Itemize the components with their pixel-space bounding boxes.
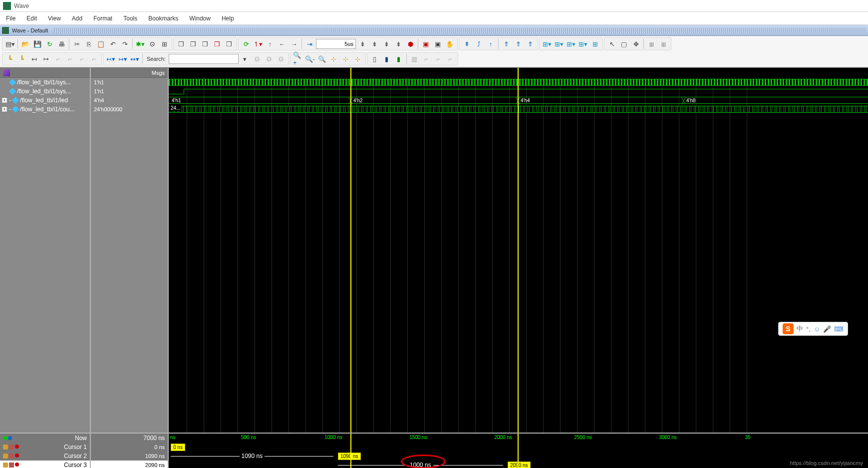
print-button[interactable]: 🖶 xyxy=(56,38,67,49)
cursor-label-row[interactable]: Cursor 1 xyxy=(0,443,90,452)
add-button[interactable]: ✱▾ xyxy=(135,38,146,49)
time-input[interactable] xyxy=(316,39,356,49)
edge8-button[interactable]: ⌐ xyxy=(88,53,99,64)
layer5-button[interactable]: ❐ xyxy=(224,38,235,49)
delete-icon[interactable] xyxy=(15,463,19,467)
ime-lang[interactable]: 中 xyxy=(797,324,803,333)
diverge-right-button[interactable]: ↣▾ xyxy=(117,53,128,64)
cursor-line-footer[interactable] xyxy=(350,434,351,468)
up-button[interactable]: ↑ xyxy=(265,38,276,49)
win3-button[interactable]: ⊞▾ xyxy=(566,38,577,49)
signal-row[interactable]: /flow_led_tb/i1/sys... xyxy=(0,78,90,87)
layer2-button[interactable]: ❐ xyxy=(188,38,199,49)
menu-add[interactable]: Add xyxy=(67,13,87,24)
ime-keyboard[interactable]: ⌨ xyxy=(834,325,844,333)
disp5-button[interactable]: ⌐ xyxy=(421,53,432,64)
new-button[interactable]: ▤▾ xyxy=(4,38,15,49)
search-dropdown[interactable]: ▾ xyxy=(240,53,251,64)
back-button[interactable]: ← xyxy=(277,38,288,49)
cursor-line-footer[interactable] xyxy=(518,434,519,468)
win4-button[interactable]: ⊞▾ xyxy=(578,38,588,49)
refresh-button[interactable]: ⟳ xyxy=(241,38,252,49)
lock-icon[interactable] xyxy=(3,463,8,468)
layer3-button[interactable]: ❐ xyxy=(200,38,211,49)
cursor-line[interactable] xyxy=(350,68,351,433)
search-find3-button[interactable]: Ꙩ xyxy=(276,53,287,64)
wave-track2-button[interactable]: ⫼ xyxy=(658,38,669,49)
copy-button[interactable]: ⎘ xyxy=(83,38,94,49)
paste-button[interactable]: 📋 xyxy=(95,38,106,49)
signal-row[interactable]: +-/flow_led_tb/i1/cou... xyxy=(0,105,90,114)
hand-button[interactable]: ✋ xyxy=(444,38,455,49)
zoom-in-button[interactable]: 🔍+ xyxy=(292,53,303,64)
search-input[interactable] xyxy=(169,54,239,64)
cursor-line[interactable] xyxy=(518,68,519,433)
edge6-button[interactable]: ⌐ xyxy=(64,53,75,64)
undo-button[interactable]: ↶ xyxy=(107,38,118,49)
menu-edit[interactable]: Edit xyxy=(21,13,42,24)
diverge-left-button[interactable]: ↢▾ xyxy=(105,53,116,64)
signal-row[interactable]: /flow_led_tb/i1/sys... xyxy=(0,87,90,96)
cursor-label-row[interactable]: Cursor 3 xyxy=(0,461,90,468)
step2-button[interactable]: ⇟ xyxy=(369,38,380,49)
marker2-button[interactable]: ▣ xyxy=(432,38,443,49)
cursor-a1-button[interactable]: ⇑ xyxy=(501,38,512,49)
ime-voice[interactable]: 🎤 xyxy=(823,325,831,333)
zoom-out-button[interactable]: 🔍- xyxy=(304,53,315,64)
edge2-button[interactable]: ┗ xyxy=(16,53,27,64)
sogou-icon[interactable]: S xyxy=(783,323,794,334)
zoom-cursor-button[interactable]: ⊹ xyxy=(328,53,339,64)
cursor-up1-button[interactable]: ⇞ xyxy=(461,38,472,49)
menu-file[interactable]: File xyxy=(1,13,20,24)
ime-widget[interactable]: S 中 °, ☺ 🎤 ⌨ xyxy=(778,322,848,336)
menu-window[interactable]: Window xyxy=(184,13,216,24)
edit-icon[interactable] xyxy=(9,445,14,450)
ime-punct[interactable]: °, xyxy=(806,325,811,333)
zoom-full-button[interactable]: 🔍 xyxy=(316,53,327,64)
redo-button[interactable]: ↷ xyxy=(119,38,130,49)
reload-button[interactable]: ↻ xyxy=(44,38,55,49)
edge5-button[interactable]: ⌐ xyxy=(52,53,63,64)
cursor-up2-button[interactable]: ⤴ xyxy=(473,38,484,49)
edge7-button[interactable]: ⌐ xyxy=(76,53,87,64)
zoom-fit-button[interactable]: ⊹ xyxy=(352,53,363,64)
cursor-label-row[interactable]: Cursor 2 xyxy=(0,452,90,461)
edge1-button[interactable]: ┗ xyxy=(4,53,15,64)
delete-icon[interactable] xyxy=(15,445,19,449)
goto-button[interactable]: ↿▾ xyxy=(253,38,264,49)
menu-format[interactable]: Format xyxy=(88,13,117,24)
menu-bookmarks[interactable]: Bookmarks xyxy=(143,13,183,24)
search-find1-button[interactable]: Ꙩ xyxy=(252,53,263,64)
edit-icon[interactable] xyxy=(9,463,14,468)
run-button[interactable]: ⇥ xyxy=(304,38,315,49)
win2-button[interactable]: ⊞▾ xyxy=(554,38,565,49)
menu-tools[interactable]: Tools xyxy=(118,13,142,24)
save-button[interactable]: 💾 xyxy=(32,38,43,49)
forward-button[interactable]: → xyxy=(289,38,299,49)
cursor-tag[interactable]: 2090 ns xyxy=(508,462,531,468)
lock-icon[interactable] xyxy=(3,454,8,459)
move-button[interactable]: ✥ xyxy=(630,38,641,49)
expand-icon[interactable]: + xyxy=(2,107,7,112)
win5-button[interactable]: ⊞ xyxy=(589,38,600,49)
disp4-button[interactable]: ▥ xyxy=(409,53,420,64)
step4-button[interactable]: ⇟ xyxy=(393,38,404,49)
cut-button[interactable]: ✂ xyxy=(71,38,82,49)
menu-view[interactable]: View xyxy=(43,13,66,24)
disp2-button[interactable]: ▮ xyxy=(381,53,392,64)
zoom-region-button[interactable]: ⊹ xyxy=(340,53,351,64)
ime-emoji[interactable]: ☺ xyxy=(814,325,820,333)
cursor-a3-button[interactable]: ⇑ xyxy=(525,38,536,49)
find-button[interactable]: Ꙩ xyxy=(147,38,158,49)
stop-button[interactable]: ⬢ xyxy=(405,38,416,49)
disp6-button[interactable]: ⌐ xyxy=(433,53,444,64)
open-button[interactable]: 📂 xyxy=(20,38,31,49)
layer1-button[interactable]: ❐ xyxy=(176,38,187,49)
cursor-tag[interactable]: 1090 ns xyxy=(338,453,361,460)
cursor-up3-button[interactable]: ↑ xyxy=(485,38,496,49)
disp7-button[interactable]: ⌐ xyxy=(445,53,456,64)
layer4-button[interactable]: ❐ xyxy=(212,38,223,49)
edit-icon[interactable] xyxy=(9,454,14,459)
step1-button[interactable]: ⇟ xyxy=(357,38,368,49)
menu-help[interactable]: Help xyxy=(217,13,239,24)
